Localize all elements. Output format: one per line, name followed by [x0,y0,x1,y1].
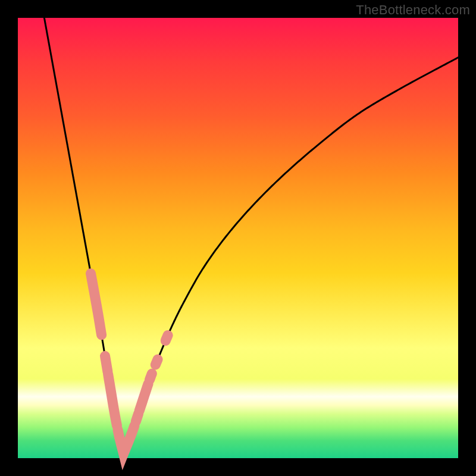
chart-svg [18,18,458,458]
curve-marker [108,374,117,425]
chart-frame: TheBottleneck.com [0,0,476,476]
plot-area [18,18,458,458]
curve-marker [165,335,168,340]
curve-marker [91,274,102,335]
watermark-text: TheBottleneck.com [356,2,470,18]
curve-marker [150,374,152,380]
curve-marker [155,359,158,365]
curve-right-arm [124,58,458,454]
curve-marker [105,356,108,372]
curve-marker [139,384,148,411]
